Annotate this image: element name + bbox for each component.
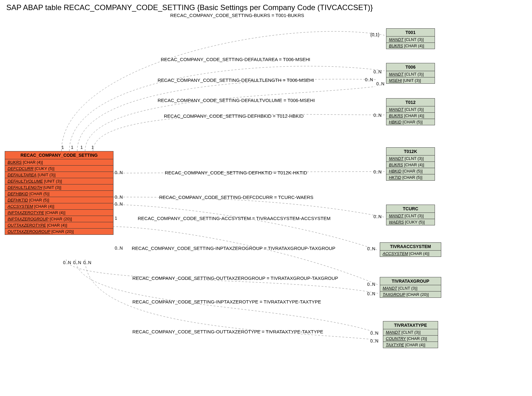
field-name: HBKID: [389, 120, 402, 124]
ref-header: TIVRATAXGROUP: [380, 277, 441, 285]
field-type: [CHAR (20)]: [51, 229, 74, 234]
cardinality: 0..N: [367, 291, 375, 296]
main-table-header: RECAC_COMPANY_CODE_SETTING: [5, 151, 113, 159]
cardinality: {0,1}: [370, 32, 379, 37]
table-row: DEFHBKID [CHAR (5)]: [5, 191, 113, 197]
relation-label: RECAC_COMPANY_CODE_SETTING-ACCSYSTEM = T…: [138, 216, 331, 221]
field-type: [CHAR (4)]: [404, 113, 424, 118]
field-type: [CHAR (3)]: [407, 336, 427, 341]
field-name: TAXGROUP: [383, 292, 405, 297]
field-name: MANDT: [386, 330, 400, 335]
cardinality: 0..N: [115, 246, 123, 251]
field-name: ACCSYSTEM: [383, 251, 408, 256]
table-row: BUKRS [CHAR (4)]: [386, 113, 435, 119]
cardinality: 0..N: [373, 113, 382, 118]
table-row: WAERS [CUKY (5)]: [386, 219, 435, 225]
table-row: BUKRS [CHAR (4)]: [386, 43, 435, 49]
table-row: MANDT [CLNT (3)]: [380, 285, 441, 291]
cardinality: 0..N: [373, 69, 382, 74]
field-name: INPTAXZEROTYPE: [8, 210, 44, 215]
table-row: TAXGROUP [CHAR (20)]: [380, 291, 441, 297]
field-type: [CLNT (3)]: [398, 286, 417, 291]
cardinality: 0..N: [373, 169, 382, 174]
field-name: DEFAULTLENGTH: [8, 185, 42, 190]
cardinality: 0..N: [115, 170, 123, 175]
field-name: DEFAULTAREA: [8, 173, 37, 177]
field-name: HKTID: [389, 175, 401, 180]
field-name: MANDT: [389, 156, 403, 161]
ref-header: TIVRATAXTYPE: [383, 321, 438, 329]
page-title: SAP ABAP table RECAC_COMPANY_CODE_SETTIN…: [6, 3, 529, 12]
field-name: OUTTAXZEROGROUP: [8, 229, 50, 234]
table-row: COUNTRY [CHAR (3)]: [383, 336, 438, 342]
table-row: INPTAXZEROGROUP [CHAR (20)]: [5, 216, 113, 222]
cardinality: 1: [80, 145, 83, 150]
ref-table-t012k: T012K MANDT [CLNT (3)] BUKRS [CHAR (4)] …: [386, 147, 435, 181]
field-type: [CHAR (5)]: [29, 198, 49, 202]
relation-label: RECAC_COMPANY_CODE_SETTING-INPTAXZEROTYP…: [132, 299, 321, 304]
table-row: DEFAULTVOLUME [UNIT (3)]: [5, 178, 113, 184]
field-name: DEFHBKID: [8, 191, 28, 196]
field-type: [CHAR (5)]: [402, 175, 423, 180]
cardinality: 1: [61, 145, 64, 150]
field-type: [CHAR (4)]: [34, 204, 55, 209]
relation-label: RECAC_COMPANY_CODE_SETTING-BUKRS = T001-…: [170, 13, 304, 18]
table-row: DEFHKTID [CHAR (5)]: [5, 197, 113, 203]
ref-header: T012K: [386, 148, 435, 156]
relation-label: RECAC_COMPANY_CODE_SETTING-DEFAULTVOLUME…: [158, 98, 315, 103]
field-type: [CHAR (4)]: [47, 223, 67, 228]
field-name: OUTTAXZEROTYPE: [8, 223, 46, 228]
table-row: DEFAULTLENGTH [UNIT (3)]: [5, 184, 113, 191]
field-name: MANDT: [383, 286, 397, 291]
cardinality: 1: [91, 145, 94, 150]
ref-table-tcurc: TCURC MANDT [CLNT (3)] WAERS [CUKY (5)]: [386, 205, 435, 225]
table-row: BUKRS [CHAR (4)]: [386, 162, 435, 168]
cardinality: 0..N: [63, 260, 71, 265]
ref-header: TCURC: [386, 205, 435, 213]
field-type: [UNIT (3)]: [43, 185, 61, 190]
relation-label: RECAC_COMPANY_CODE_SETTING-OUTTAXZEROGRO…: [132, 275, 338, 281]
cardinality: 0..N: [370, 331, 379, 336]
field-name: MANDT: [389, 72, 403, 76]
field-type: [UNIT (3)]: [403, 78, 421, 83]
field-type: [UNIT (3)]: [44, 179, 62, 184]
ref-table-tivrataxtype: TIVRATAXTYPE MANDT [CLNT (3)] COUNTRY [C…: [383, 321, 438, 348]
table-row: HBKID [CHAR (5)]: [386, 168, 435, 174]
field-type: [UNIT (3)]: [38, 173, 55, 177]
table-row: BUKRS [CHAR (4)]: [5, 159, 113, 166]
field-name: DEFHKTID: [8, 198, 28, 202]
table-row: ACCSYSTEM [CHAR (4)]: [5, 203, 113, 210]
cardinality: 0..N: [115, 195, 123, 200]
field-type: [CHAR (4)]: [23, 160, 43, 165]
field-name: MANDT: [389, 213, 403, 218]
table-row: DEFAULTAREA [UNIT (3)]: [5, 172, 113, 178]
field-name: MSEHI: [389, 78, 402, 83]
field-name: BUKRS: [389, 113, 403, 118]
field-type: [CHAR (4)]: [404, 162, 424, 167]
field-type: [CHAR (5)]: [402, 169, 423, 173]
table-row: INPTAXZEROTYPE [CHAR (4)]: [5, 210, 113, 216]
field-name: COUNTRY: [386, 336, 406, 341]
field-type: [CHAR (5)]: [29, 191, 49, 196]
field-type: [CHAR (4)]: [409, 251, 430, 256]
ref-header: T006: [386, 63, 435, 71]
cardinality: 1: [71, 145, 73, 150]
cardinality: 0..N: [365, 77, 373, 82]
table-row: MANDT [CLNT (3)]: [386, 37, 435, 43]
table-row: OUTTAXZEROGROUP [CHAR (20)]: [5, 229, 113, 235]
relation-label: RECAC_COMPANY_CODE_SETTING-DEFHKTID = T0…: [165, 170, 307, 175]
table-row: HBKID [CHAR (5)]: [386, 119, 435, 125]
field-type: [CUKY (5)]: [35, 166, 55, 171]
table-row: DEFCDCURR [CUKY (5)]: [5, 166, 113, 172]
cardinality: 0..N: [73, 260, 81, 265]
field-name: BUKRS: [8, 160, 22, 165]
field-name: HBKID: [389, 169, 402, 173]
field-type: [CHAR (4)]: [405, 342, 425, 347]
field-type: [CLNT (3)]: [405, 37, 424, 42]
field-type: [CHAR (4)]: [404, 43, 424, 48]
field-name: MANDT: [389, 37, 403, 42]
field-type: [CUKY (5)]: [405, 220, 425, 224]
table-row: MANDT [CLNT (3)]: [386, 71, 435, 77]
table-row: MSEHI [UNIT (3)]: [386, 77, 435, 83]
main-table: RECAC_COMPANY_CODE_SETTING BUKRS [CHAR (…: [5, 151, 113, 235]
